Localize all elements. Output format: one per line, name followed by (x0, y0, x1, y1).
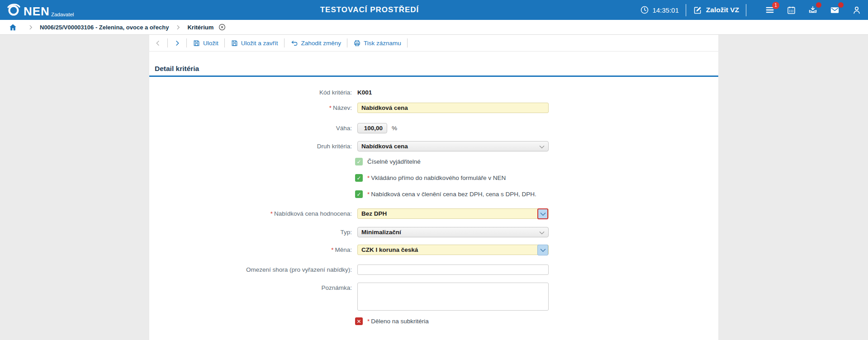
save-icon (231, 39, 238, 47)
currency-label: *Měna: (149, 245, 352, 255)
clock-icon (640, 5, 649, 14)
discard-changes-button[interactable]: Zahodit změny (290, 39, 342, 47)
weight-label: Váha: (149, 123, 352, 133)
checkbox-subcriteria-label: *Děleno na subkritéria (367, 318, 429, 325)
toolbar-divider (224, 38, 225, 47)
currency-select[interactable]: CZK I koruna česká (357, 245, 549, 255)
type-select[interactable]: Minimalizační (357, 227, 549, 237)
field-row-evaluated: *Nabídková cena hodnocena: Bez DPH (149, 208, 549, 219)
nen-logo[interactable]: NEN Zadavatel (6, 3, 74, 18)
calendar-button[interactable] (787, 5, 796, 15)
title-underline (149, 76, 718, 77)
close-icon[interactable] (218, 23, 226, 31)
name-input[interactable] (357, 103, 549, 113)
field-row-kind: Druh kritéria: Nabídková cena (149, 141, 549, 151)
checkbox-price-breakdown[interactable]: ✓ (355, 190, 363, 198)
user-icon (852, 5, 862, 15)
page-title: Detail kritéria (155, 65, 199, 73)
home-icon[interactable] (9, 23, 17, 32)
checkbox-row-numeric: ✓ Číselně vyjádřitelné (355, 158, 421, 165)
kind-label: Druh kritéria: (149, 141, 352, 151)
field-row-code: Kód kritéria: K001 (149, 87, 372, 98)
toolbar-divider (167, 38, 168, 47)
note-label: Poznámka: (149, 283, 352, 293)
upper-limit-input[interactable] (357, 264, 549, 275)
field-row-currency: *Měna: CZK I koruna česká (149, 245, 549, 255)
messages-button[interactable] (830, 5, 840, 15)
nen-logo-icon (6, 3, 21, 17)
evaluated-select-chevron-button[interactable] (537, 208, 548, 219)
checkbox-numeric: ✓ (355, 158, 363, 165)
toolbar-divider (284, 38, 285, 47)
detail-card: Uložit Uložit a zavřít Zahodit změny Tis… (149, 35, 718, 340)
field-row-upper-limit: Omezení shora (pro vyřazení nabídky): (149, 264, 549, 275)
server-time: 14:35:01 (640, 5, 678, 14)
messages-badge-dot (838, 2, 844, 8)
field-row-note: Poznámka: (149, 283, 549, 312)
create-vz-button[interactable]: Založit VZ (693, 5, 739, 15)
evaluated-select[interactable]: Bez DPH (357, 208, 549, 219)
weight-unit: % (392, 123, 397, 133)
checkbox-row-subcriteria: ✕ *Děleno na subkritéria (355, 317, 429, 325)
printer-icon (353, 39, 361, 47)
print-record-button[interactable]: Tisk záznamu (353, 39, 401, 47)
chevron-down-icon (539, 231, 545, 235)
save-close-button[interactable]: Uložit a zavřít (231, 39, 278, 47)
save-icon (193, 39, 200, 47)
chevron-right-icon (28, 24, 33, 30)
header-divider (686, 4, 686, 16)
chevron-right-icon (175, 24, 181, 30)
checkbox-price-breakdown-label: *Nabídková cena v členění cena bez DPH, … (367, 191, 536, 198)
prev-record-button[interactable] (155, 40, 161, 47)
downloads-badge-dot (816, 2, 821, 8)
note-textarea[interactable] (357, 283, 549, 311)
toolbar-divider (186, 38, 187, 47)
header-divider (746, 4, 746, 16)
weight-input[interactable] (357, 123, 387, 133)
chevron-down-icon (539, 145, 545, 149)
upper-limit-label: Omezení shora (pro vyřazení nabídky): (149, 264, 352, 275)
downloads-button[interactable] (808, 5, 818, 15)
breadcrumb-item-contract[interactable]: N006/25/V00003106 - Zelenina, ovoce a oř… (40, 24, 169, 31)
record-toolbar: Uložit Uložit a zavřít Zahodit změny Tis… (149, 35, 718, 52)
calendar-icon (787, 5, 796, 15)
save-button[interactable]: Uložit (193, 39, 218, 47)
kind-select[interactable]: Nabídková cena (357, 141, 549, 151)
name-label: *Název: (149, 103, 352, 113)
logo-subtitle: Zadavatel (51, 12, 74, 17)
field-row-type: Typ: Minimalizační (149, 227, 549, 237)
breadcrumb: N006/25/V00003106 - Zelenina, ovoce a oř… (0, 20, 868, 35)
field-row-weight: Váha: % (149, 123, 397, 133)
toolbar-divider (407, 38, 408, 47)
server-time-value: 14:35:01 (652, 6, 678, 14)
chevron-down-icon (540, 212, 546, 216)
menu-button[interactable]: 1 (765, 5, 775, 15)
menu-badge: 1 (772, 2, 779, 9)
currency-select-chevron-button[interactable] (537, 245, 548, 255)
chevron-down-icon (540, 248, 546, 252)
code-label: Kód kritéria: (149, 87, 352, 98)
user-button[interactable] (852, 5, 862, 15)
checkbox-row-inserted-in-nen: ✓ *Vkládáno přímo do nabídkového formulá… (355, 174, 506, 182)
create-vz-label: Založit VZ (706, 6, 739, 14)
next-record-button[interactable] (174, 40, 180, 47)
checkbox-subcriteria[interactable]: ✕ (355, 317, 363, 325)
checkbox-inserted-in-nen-label: *Vkládáno přímo do nabídkového formuláře… (367, 175, 506, 181)
environment-title: TESTOVACÍ PROSTŘEDÍ (320, 0, 419, 20)
edit-icon (693, 5, 702, 15)
undo-icon (290, 39, 299, 47)
field-row-name: *Název: (149, 103, 549, 113)
app-header: NEN Zadavatel TESTOVACÍ PROSTŘEDÍ 14:35:… (0, 0, 868, 20)
checkbox-inserted-in-nen[interactable]: ✓ (355, 174, 363, 182)
checkbox-row-price-breakdown: ✓ *Nabídková cena v členění cena bez DPH… (355, 190, 536, 198)
code-value: K001 (357, 87, 372, 98)
breadcrumb-item-current: Kritérium (187, 24, 213, 31)
evaluated-label: *Nabídková cena hodnocena: (149, 208, 352, 219)
checkbox-numeric-label: Číselně vyjádřitelné (367, 158, 421, 165)
logo-title: NEN (24, 5, 50, 18)
toolbar-divider (347, 38, 347, 47)
type-label: Typ: (149, 227, 352, 237)
